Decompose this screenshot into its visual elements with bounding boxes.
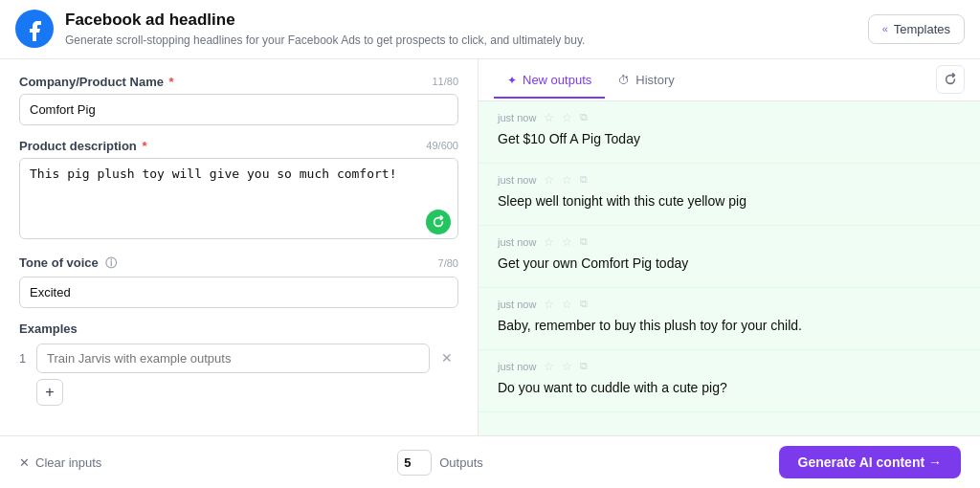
page-subtitle: Generate scroll-stopping headlines for y… xyxy=(65,33,868,49)
chevrons-icon: « xyxy=(882,23,888,34)
star-icon2-2[interactable]: ☆ xyxy=(562,235,572,249)
generate-button-label: Generate AI content → xyxy=(798,455,942,470)
output-meta-2: just now ☆ ☆ ⧉ xyxy=(498,235,961,249)
header-text-block: Facebook ad headline Generate scroll-sto… xyxy=(65,10,868,49)
templates-button[interactable]: « Templates xyxy=(868,14,965,44)
star-icon2-4[interactable]: ☆ xyxy=(562,360,572,373)
templates-button-label: Templates xyxy=(894,22,950,36)
tone-label-row: Tone of voice ⓘ 7/80 xyxy=(19,255,458,272)
copy-icon-1[interactable]: ⧉ xyxy=(580,173,588,186)
copy-icon-2[interactable]: ⧉ xyxy=(580,235,588,248)
tone-input[interactable] xyxy=(19,277,458,308)
x-icon: ✕ xyxy=(19,455,30,470)
tone-label: Tone of voice ⓘ xyxy=(19,255,117,272)
star-icon-2[interactable]: ☆ xyxy=(544,235,554,249)
company-required-mark: * xyxy=(166,75,174,89)
product-field-group: Product description * 49/600 xyxy=(19,139,458,242)
page-title: Facebook ad headline xyxy=(65,10,868,31)
product-counter: 49/600 xyxy=(426,140,458,151)
output-item: just now ☆ ☆ ⧉ Baby, remember to buy thi… xyxy=(479,288,980,350)
output-time-4: just now xyxy=(498,361,536,372)
star-icon2-3[interactable]: ☆ xyxy=(562,298,572,311)
example-row-1: 1 ✕ xyxy=(19,344,458,373)
outputs-count-section: Outputs xyxy=(397,450,483,476)
outputs-refresh-button[interactable] xyxy=(936,65,965,94)
company-counter: 11/80 xyxy=(432,76,458,87)
star-icon-1[interactable]: ☆ xyxy=(544,173,554,187)
output-time-0: just now xyxy=(498,112,536,123)
output-item: just now ☆ ☆ ⧉ Get $10 Off A Pig Today xyxy=(479,101,980,164)
output-meta-0: just now ☆ ☆ ⧉ xyxy=(498,111,961,124)
tone-counter: 7/80 xyxy=(438,257,458,269)
output-meta-4: just now ☆ ☆ ⧉ xyxy=(498,360,961,373)
example-number: 1 xyxy=(19,351,31,366)
main-layout: Company/Product Name * 11/80 Product des… xyxy=(0,59,980,435)
output-meta-1: just now ☆ ☆ ⧉ xyxy=(498,173,961,187)
tabs-bar: ✦ New outputs ⏱ History xyxy=(479,59,980,101)
example-remove-button[interactable]: ✕ xyxy=(435,346,458,369)
app-logo xyxy=(15,10,54,48)
sparkle-icon: ✦ xyxy=(507,74,517,87)
output-time-1: just now xyxy=(498,174,536,186)
clock-icon: ⏱ xyxy=(618,74,630,87)
tone-field-group: Tone of voice ⓘ 7/80 xyxy=(19,255,458,308)
star-icon-0[interactable]: ☆ xyxy=(544,111,554,124)
product-required-mark: * xyxy=(139,139,147,153)
company-label-row: Company/Product Name * 11/80 xyxy=(19,75,458,89)
company-field-group: Company/Product Name * 11/80 xyxy=(19,75,458,125)
right-panel: ✦ New outputs ⏱ History just now ☆ ☆ ⧉ xyxy=(479,59,980,435)
generate-button[interactable]: Generate AI content → xyxy=(779,446,961,478)
product-textarea-wrapper xyxy=(19,158,458,242)
output-item: just now ☆ ☆ ⧉ Do you want to cuddle wit… xyxy=(479,350,980,412)
star-icon-3[interactable]: ☆ xyxy=(544,298,554,311)
refresh-button[interactable] xyxy=(426,210,451,234)
clear-inputs-label: Clear inputs xyxy=(35,455,101,470)
copy-icon-0[interactable]: ⧉ xyxy=(580,111,588,123)
product-label-row: Product description * 49/600 xyxy=(19,139,458,153)
output-text-0: Get $10 Off A Pig Today xyxy=(498,129,961,149)
tab-new-outputs[interactable]: ✦ New outputs xyxy=(494,61,605,99)
examples-label: Examples xyxy=(19,322,458,336)
outputs-list: just now ☆ ☆ ⧉ Get $10 Off A Pig Today j… xyxy=(479,101,980,435)
tab-new-outputs-label: New outputs xyxy=(523,73,591,87)
output-text-2: Get your own Comfort Pig today xyxy=(498,254,961,274)
output-time-3: just now xyxy=(498,299,536,310)
clear-inputs-button[interactable]: ✕ Clear inputs xyxy=(19,455,101,470)
output-text-3: Baby, remember to buy this plush toy for… xyxy=(498,316,961,336)
star-icon2-0[interactable]: ☆ xyxy=(562,111,572,124)
output-time-2: just now xyxy=(498,236,536,248)
company-label: Company/Product Name * xyxy=(19,75,174,89)
tab-history-label: History xyxy=(635,73,674,87)
info-icon[interactable]: ⓘ xyxy=(105,256,117,270)
outputs-count-input[interactable] xyxy=(397,450,432,476)
bottom-bar: ✕ Clear inputs Outputs Generate AI conte… xyxy=(0,435,980,488)
company-input[interactable] xyxy=(19,94,458,125)
output-text-4: Do you want to cuddle with a cute pig? xyxy=(498,378,961,398)
tab-history[interactable]: ⏱ History xyxy=(605,61,687,99)
header: Facebook ad headline Generate scroll-sto… xyxy=(0,0,980,59)
output-item: just now ☆ ☆ ⧉ Get your own Comfort Pig … xyxy=(479,226,980,288)
example-add-button[interactable]: + xyxy=(36,379,63,406)
output-item: just now ☆ ☆ ⧉ Sleep well tonight with t… xyxy=(479,164,980,226)
star-icon-4[interactable]: ☆ xyxy=(544,360,554,373)
outputs-count-label: Outputs xyxy=(439,455,483,470)
star-icon2-1[interactable]: ☆ xyxy=(562,173,572,187)
product-textarea[interactable] xyxy=(19,158,458,239)
example-input-1[interactable] xyxy=(36,344,430,373)
copy-icon-4[interactable]: ⧉ xyxy=(580,360,588,372)
examples-group: Examples 1 ✕ + xyxy=(19,322,458,406)
copy-icon-3[interactable]: ⧉ xyxy=(580,298,588,310)
output-meta-3: just now ☆ ☆ ⧉ xyxy=(498,298,961,311)
left-panel: Company/Product Name * 11/80 Product des… xyxy=(0,59,479,435)
product-label: Product description * xyxy=(19,139,146,153)
output-text-1: Sleep well tonight with this cute yellow… xyxy=(498,191,961,211)
